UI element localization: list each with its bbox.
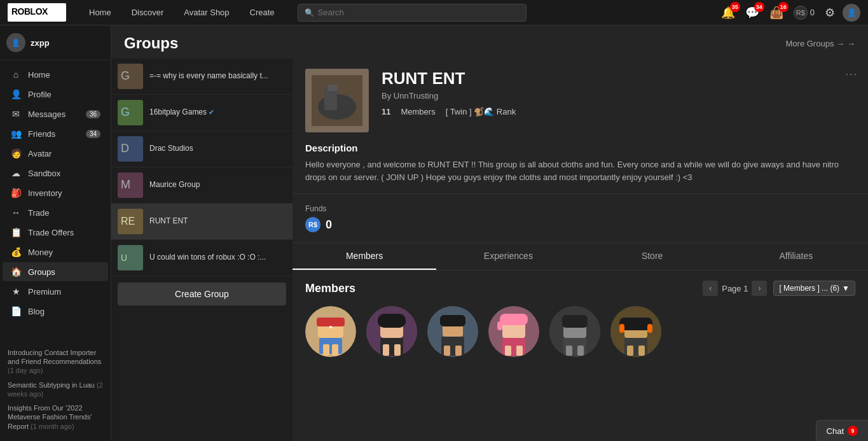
nav-avatar-shop[interactable]: Avatar Shop bbox=[174, 0, 239, 25]
messages-btn[interactable]: 💬 34 bbox=[743, 3, 762, 22]
svg-text:M: M bbox=[121, 178, 130, 191]
sidebar-item-trade-offers[interactable]: 📋 Trade Offers bbox=[3, 223, 108, 242]
svg-text:RE: RE bbox=[121, 216, 135, 227]
sidebar-item-messages[interactable]: ✉ Messages 36 bbox=[3, 104, 108, 123]
chat-label: Chat bbox=[827, 426, 844, 436]
funds-label: Funds bbox=[305, 204, 855, 213]
roblox-logo[interactable]: ROBLOX bbox=[8, 3, 66, 22]
sidebar-item-label: Avatar bbox=[28, 149, 52, 158]
options-menu-btn[interactable]: ··· bbox=[846, 69, 858, 80]
search-input[interactable] bbox=[318, 8, 520, 17]
group-item-name: U could win tons of robux :O :O :... bbox=[149, 253, 266, 263]
sidebar-item-sandbox[interactable]: ☁ Sandbox bbox=[3, 164, 108, 183]
nav-create[interactable]: Create bbox=[240, 0, 285, 25]
messages-sidebar-badge: 36 bbox=[86, 110, 100, 118]
group-list-item-active[interactable]: RE RUNT ENT bbox=[111, 204, 293, 240]
chat-badge: 9 bbox=[848, 426, 858, 436]
svg-rect-17 bbox=[327, 85, 337, 91]
chevron-down-icon: ▼ bbox=[842, 284, 850, 293]
member-avatar-4[interactable] bbox=[488, 306, 539, 357]
group-list-item[interactable]: G 16bitplay Games ✔ bbox=[111, 95, 293, 131]
member-avatar-5[interactable] bbox=[549, 306, 600, 357]
svg-rect-48 bbox=[566, 346, 572, 356]
members-filter-dropdown[interactable]: [ Members ] ... (6) ▼ bbox=[773, 281, 855, 296]
group-owner-link[interactable]: UnnTrusting bbox=[394, 91, 438, 101]
sidebar-item-friends[interactable]: 👥 Friends 34 bbox=[3, 124, 108, 143]
group-desc-text: Hello everyone , and welcome to RUNT ENT… bbox=[305, 158, 855, 183]
settings-btn[interactable]: ⚙ bbox=[822, 3, 837, 22]
chat-button[interactable]: Chat 9 bbox=[816, 420, 868, 441]
sidebar-item-trade[interactable]: ↔ Trade bbox=[3, 203, 108, 222]
more-groups-btn[interactable]: More Groups → → bbox=[786, 39, 855, 48]
svg-rect-46 bbox=[562, 315, 588, 328]
sidebar-item-inventory[interactable]: 🎒 Inventory bbox=[3, 183, 108, 202]
robux-btn[interactable]: R$ 0 bbox=[791, 3, 817, 22]
groups-header: Groups More Groups → → bbox=[111, 25, 868, 59]
robux-amount: 0 bbox=[810, 8, 815, 17]
funds-amount: R$ 0 bbox=[305, 217, 855, 232]
groups-title: Groups bbox=[124, 34, 178, 52]
prev-page-btn[interactable]: ‹ bbox=[703, 281, 718, 296]
rank-badge: [ Twin ] 🐒🌊 Rank bbox=[446, 107, 516, 116]
member-avatar-2[interactable] bbox=[366, 306, 417, 357]
nav-home[interactable]: Home bbox=[79, 0, 121, 25]
notifications-btn[interactable]: 🔔 35 bbox=[719, 3, 738, 22]
group-list-item[interactable]: G =-= why is every name basically t... bbox=[111, 59, 293, 95]
svg-rect-40 bbox=[497, 321, 502, 330]
svg-text:ROBLOX: ROBLOX bbox=[11, 6, 48, 17]
tab-experiences[interactable]: Experiences bbox=[436, 243, 580, 270]
group-desc-title: Description bbox=[305, 143, 855, 153]
arrow-right-icon: → bbox=[847, 39, 855, 48]
blog-post-1[interactable]: Introducing Contact Importer and Friend … bbox=[8, 348, 103, 375]
sidebar-item-premium[interactable]: ★ Premium bbox=[3, 282, 108, 301]
sidebar-item-label: Friends bbox=[28, 129, 55, 139]
tab-affiliates[interactable]: Affiliates bbox=[724, 243, 868, 270]
group-list-item[interactable]: U U could win tons of robux :O :O :... bbox=[111, 240, 293, 276]
members-header: Members ‹ Page 1 › [ Members ] ... (6) ▼ bbox=[305, 281, 855, 296]
group-list-item[interactable]: D Drac Studios bbox=[111, 131, 293, 167]
topnav-links: Home Discover Avatar Shop Create bbox=[79, 0, 285, 25]
sidebar-item-groups[interactable]: 🏠 Groups bbox=[3, 262, 108, 281]
user-avatar-btn[interactable]: 👤 bbox=[843, 4, 860, 22]
member-avatar-3[interactable] bbox=[427, 306, 478, 357]
svg-text:G: G bbox=[121, 106, 130, 118]
member-avatar-1[interactable] bbox=[305, 306, 356, 357]
group-item-img: D bbox=[118, 136, 143, 162]
blog-icon: 📄 bbox=[10, 306, 22, 316]
svg-rect-54 bbox=[647, 324, 652, 333]
sidebar-item-avatar[interactable]: 🧑 Avatar bbox=[3, 144, 108, 163]
sidebar-user[interactable]: 👤 zxpp bbox=[0, 25, 111, 60]
group-item-img-active: RE bbox=[118, 209, 143, 234]
create-group-button[interactable]: Create Group bbox=[118, 283, 286, 305]
sidebar-username: zxpp bbox=[31, 38, 50, 48]
catalog-btn[interactable]: 👜 16 bbox=[767, 3, 786, 22]
avatar: 👤 bbox=[6, 33, 25, 52]
svg-rect-57 bbox=[638, 346, 645, 356]
tab-members[interactable]: Members bbox=[293, 243, 436, 270]
sidebar: 👤 zxpp ⌂ Home 👤 Profile ✉ Messages 36 👥 … bbox=[0, 25, 111, 441]
notifications-badge: 35 bbox=[730, 2, 740, 12]
group-list-item[interactable]: M Maurice Group bbox=[111, 167, 293, 204]
trade-offers-icon: 📋 bbox=[10, 227, 22, 237]
sidebar-item-profile[interactable]: 👤 Profile bbox=[3, 85, 108, 104]
tab-store[interactable]: Store bbox=[581, 243, 724, 270]
next-page-btn[interactable]: › bbox=[752, 281, 767, 296]
blog-post-2[interactable]: Semantic Subtyping in Luau (2 weeks ago) bbox=[8, 381, 103, 399]
messages-icon: ✉ bbox=[10, 109, 22, 119]
group-item-name: 16bitplay Games ✔ bbox=[149, 108, 214, 118]
more-groups-label: More Groups → bbox=[786, 39, 844, 48]
sidebar-item-label: Home bbox=[28, 70, 50, 80]
search-bar[interactable]: 🔍 bbox=[298, 4, 527, 22]
member-avatar-6[interactable] bbox=[610, 306, 661, 357]
svg-rect-22 bbox=[319, 338, 342, 354]
sidebar-item-home[interactable]: ⌂ Home bbox=[3, 65, 108, 84]
blog-post-3[interactable]: Insights From Our '2022 Metaverse Fashio… bbox=[8, 403, 103, 431]
group-info: RUNT ENT By UnnTrusting 11 Members [ Twi… bbox=[382, 69, 855, 116]
sidebar-item-money[interactable]: 💰 Money bbox=[3, 242, 108, 262]
messages-badge: 34 bbox=[754, 2, 764, 12]
friends-sidebar-badge: 34 bbox=[86, 130, 100, 138]
sidebar-item-label: Premium bbox=[28, 287, 61, 297]
user-avatar-icon: 👤 bbox=[847, 8, 857, 17]
sidebar-item-blog[interactable]: 📄 Blog bbox=[3, 302, 108, 321]
nav-discover[interactable]: Discover bbox=[121, 0, 174, 25]
